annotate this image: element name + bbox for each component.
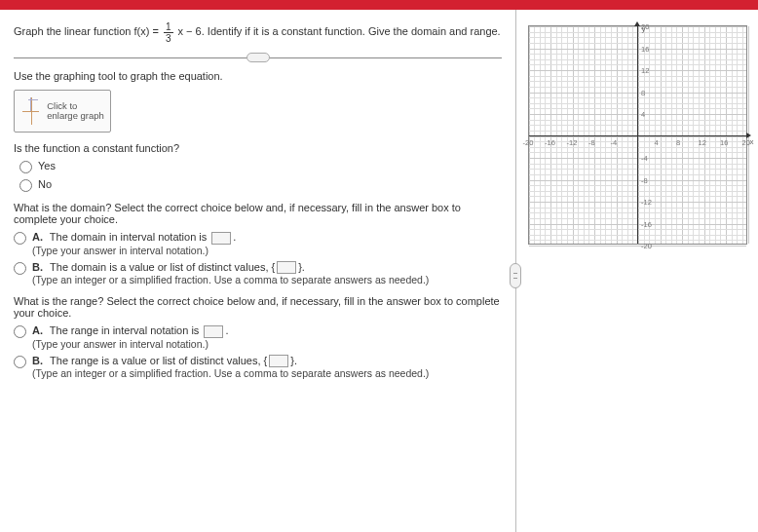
domain-a-input[interactable] xyxy=(211,232,231,245)
domain-question: What is the domain? Select the correct c… xyxy=(14,202,502,225)
range-b-hint: (Type an integer or a simplified fractio… xyxy=(32,367,429,379)
domain-a-text: The domain in interval notation is xyxy=(50,231,209,243)
x-tick-label: -20 xyxy=(523,138,534,147)
range-a-content: A. The range in interval notation is . (… xyxy=(32,324,502,350)
y-tick-label: -4 xyxy=(641,154,648,163)
domain-b-pre: The domain is a value or list of distinc… xyxy=(50,261,275,273)
constant-radio-group: Yes No xyxy=(19,160,502,192)
range-b-letter: B. xyxy=(32,355,43,366)
main-container: Graph the linear function f(x) = 1 3 x −… xyxy=(0,10,758,532)
domain-b-post: }. xyxy=(298,261,305,273)
graph-panel: y x -20-16-12-8-448121620-20-16-12-8-448… xyxy=(516,10,758,532)
coordinate-grid[interactable]: y x -20-16-12-8-448121620-20-16-12-8-448… xyxy=(528,25,747,245)
range-choice-b[interactable]: B. The range is a value or list of disti… xyxy=(14,355,502,380)
range-b-post: }. xyxy=(290,355,297,366)
constant-function-question: Is the function a constant function? xyxy=(14,142,502,154)
divider-wrap xyxy=(14,57,502,58)
y-tick-label: -20 xyxy=(641,242,652,250)
mini-graph-icon xyxy=(19,94,43,129)
y-tick-label: 12 xyxy=(641,66,649,75)
range-a-letter: A. xyxy=(32,324,43,336)
y-tick-label: 4 xyxy=(641,110,645,119)
x-tick-label: 12 xyxy=(699,138,706,147)
domain-b-hint: (Type an integer or a simplified fractio… xyxy=(32,274,429,285)
y-tick-label: 20 xyxy=(641,22,649,31)
y-axis-arrow-icon xyxy=(634,21,640,26)
range-b-pre: The range is a value or list of distinct… xyxy=(50,355,267,366)
y-tick-label: -12 xyxy=(641,198,652,207)
domain-radio-a[interactable] xyxy=(14,232,26,245)
range-b-content: B. The range is a value or list of disti… xyxy=(32,355,502,380)
graph-instruction: Use the graphing tool to graph the equat… xyxy=(14,70,502,82)
domain-radio-b[interactable] xyxy=(14,262,26,275)
range-choice-a[interactable]: A. The range in interval notation is . (… xyxy=(14,324,502,350)
question-suffix: x − 6. Identify if it is a constant func… xyxy=(178,25,501,37)
domain-a-content: A. The domain in interval notation is . … xyxy=(32,231,502,256)
radio-no-label: No xyxy=(38,178,52,190)
domain-choice-b[interactable]: B. The domain is a value or list of dist… xyxy=(14,261,502,286)
radio-yes-row[interactable]: Yes xyxy=(19,160,502,173)
radio-no[interactable] xyxy=(19,179,32,192)
fraction: 1 3 xyxy=(164,21,173,44)
x-axis-label: x xyxy=(750,137,754,146)
fraction-numerator: 1 xyxy=(164,21,173,33)
x-tick-label: 16 xyxy=(720,138,728,147)
domain-a-letter: A. xyxy=(32,231,43,243)
divider-handle-icon[interactable] xyxy=(246,53,270,62)
range-radio-b[interactable] xyxy=(14,356,26,368)
range-a-text: The range in interval notation is xyxy=(50,324,203,336)
domain-choice-a[interactable]: A. The domain in interval notation is . … xyxy=(14,231,502,256)
fraction-denominator: 3 xyxy=(164,33,173,44)
range-b-input[interactable] xyxy=(269,355,288,367)
domain-a-hint: (Type your answer in interval notation.) xyxy=(32,245,208,256)
x-tick-label: -16 xyxy=(545,138,555,147)
range-a-hint: (Type your answer in interval notation.) xyxy=(32,338,208,350)
x-tick-label: -12 xyxy=(567,138,578,147)
x-axis xyxy=(529,135,746,136)
y-tick-label: 16 xyxy=(641,45,649,54)
enlarge-graph-label: Click to enlarge graph xyxy=(47,101,110,122)
enlarge-graph-button[interactable]: Click to enlarge graph xyxy=(14,90,111,133)
question-panel: Graph the linear function f(x) = 1 3 x −… xyxy=(0,10,516,532)
x-tick-label: 4 xyxy=(655,138,659,147)
range-a-input[interactable] xyxy=(204,325,223,338)
range-b-text: The range is a value or list of distinct… xyxy=(50,355,297,368)
x-tick-label: -4 xyxy=(611,138,618,147)
panel-resize-handle-icon[interactable] xyxy=(510,263,521,288)
domain-b-letter: B. xyxy=(32,261,43,273)
question-text: Graph the linear function f(x) = 1 3 x −… xyxy=(14,21,502,44)
domain-b-content: B. The domain is a value or list of dist… xyxy=(32,261,502,286)
x-tick-label: 20 xyxy=(742,138,750,147)
domain-b-text: The domain is a value or list of distinc… xyxy=(50,261,305,275)
x-tick-label: -8 xyxy=(588,138,595,147)
y-tick-label: -8 xyxy=(641,176,648,185)
radio-yes[interactable] xyxy=(19,161,32,173)
question-prefix: Graph the linear function f(x) = xyxy=(14,25,162,37)
radio-yes-label: Yes xyxy=(38,160,56,171)
radio-no-row[interactable]: No xyxy=(19,178,502,192)
y-tick-label: -16 xyxy=(641,220,652,229)
domain-b-input[interactable] xyxy=(277,261,296,274)
header-bar xyxy=(0,0,758,10)
range-question: What is the range? Select the correct ch… xyxy=(14,295,502,319)
x-tick-label: 8 xyxy=(676,138,680,147)
y-tick-label: 8 xyxy=(641,89,645,97)
range-radio-a[interactable] xyxy=(14,325,26,338)
